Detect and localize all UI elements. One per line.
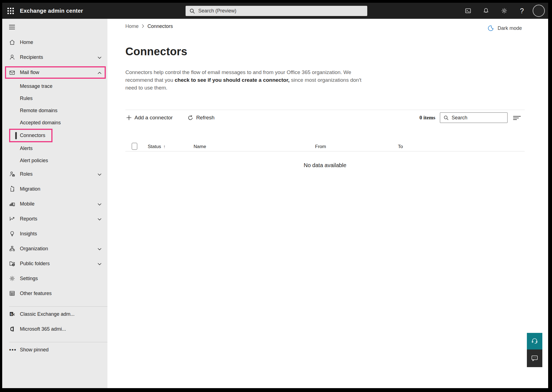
sidebar-item-label: Message trace: [20, 83, 52, 89]
breadcrumb-current: Connectors: [147, 23, 173, 29]
sidebar-item-label: Rules: [20, 96, 33, 101]
global-search-box[interactable]: [186, 6, 367, 16]
chevron-down-icon: [98, 261, 101, 267]
help-support-button[interactable]: [527, 333, 542, 349]
refresh-icon: [187, 115, 193, 121]
question-mark-icon: ?: [520, 7, 524, 15]
sidebar-item-m365-admin[interactable]: Microsoft 365 admi...: [2, 322, 107, 336]
sidebar-item-label: Mobile: [20, 201, 93, 207]
notifications-button[interactable]: [480, 5, 492, 16]
sidebar-item-label: Home: [20, 40, 101, 45]
nav-collapse-button[interactable]: [2, 21, 107, 33]
sidebar-item-label: Alert policies: [20, 158, 48, 164]
sidebar-item-connectors-selected[interactable]: Connectors: [9, 129, 52, 142]
terminal-icon: [465, 7, 471, 14]
dark-mode-toggle[interactable]: Dark mode: [487, 25, 522, 31]
feedback-button[interactable]: [527, 349, 542, 367]
sidebar-item-home[interactable]: Home: [2, 35, 107, 50]
select-all-checkbox[interactable]: [132, 143, 137, 150]
breadcrumb-home-link[interactable]: Home: [125, 23, 139, 29]
page-description: Connectors help control the flow of emai…: [125, 69, 363, 92]
sidebar-item-mail-flow[interactable]: Mail flow: [5, 66, 106, 79]
mobile-stats-icon: [9, 201, 15, 207]
sidebar-item-label: Alerts: [20, 146, 33, 151]
filter-icon: [513, 115, 521, 120]
person-icon: [9, 54, 15, 60]
plus-icon: [126, 115, 132, 120]
dark-mode-label: Dark mode: [498, 25, 522, 31]
items-count: 0 items: [419, 115, 435, 121]
sort-ascending-icon: ↑: [163, 144, 165, 149]
app-launcher-button[interactable]: [4, 5, 17, 17]
cli-console-button[interactable]: [463, 5, 474, 16]
left-nav: Home Recipients Mail flow: [2, 19, 107, 388]
empty-table-message: No data available: [125, 162, 525, 169]
sidebar-item-label: Classic Exchange adm...: [20, 311, 101, 317]
sidebar-item-label: Migration: [20, 186, 101, 192]
add-connector-button[interactable]: Add a connector: [125, 114, 174, 122]
sidebar-item-label: Show pinned: [20, 347, 101, 353]
chevron-up-icon: [98, 70, 101, 75]
home-icon: [9, 39, 15, 45]
toolbar-divider: [125, 110, 525, 110]
sidebar-item-mobile[interactable]: Mobile: [2, 196, 107, 211]
sidebar-item-migration[interactable]: Migration: [2, 181, 107, 196]
sidebar-item-alerts[interactable]: Alerts: [2, 142, 107, 154]
refresh-button[interactable]: Refresh: [186, 114, 216, 122]
mail-icon: [9, 70, 15, 76]
sidebar-item-other-features[interactable]: Other features: [2, 286, 107, 301]
waffle-icon: [7, 8, 14, 14]
chevron-down-icon: [98, 201, 101, 207]
account-avatar[interactable]: [533, 5, 545, 17]
description-link[interactable]: check to see if you should create a conn…: [175, 77, 289, 83]
toolbar: Add a connector Refresh: [125, 112, 216, 123]
list-search-input[interactable]: [452, 115, 504, 121]
sidebar-item-remote-domains[interactable]: Remote domains: [2, 104, 107, 117]
gear-icon: [9, 275, 15, 281]
sidebar-item-classic-exchange[interactable]: E Classic Exchange adm...: [2, 307, 107, 322]
sidebar-item-rules[interactable]: Rules: [2, 92, 107, 104]
sidebar-item-message-trace[interactable]: Message trace: [2, 80, 107, 92]
moon-icon: [487, 25, 494, 31]
sidebar-item-roles[interactable]: Roles: [2, 167, 107, 181]
sidebar-item-label: Microsoft 365 admi...: [20, 326, 101, 332]
column-header-to[interactable]: To: [398, 144, 403, 149]
search-icon: [443, 115, 449, 120]
org-chart-icon: [9, 246, 15, 252]
sidebar-item-accepted-domains[interactable]: Accepted domains: [2, 117, 107, 129]
column-header-name[interactable]: Name: [194, 144, 206, 149]
help-button[interactable]: ?: [516, 5, 527, 16]
chevron-down-icon: [98, 246, 101, 252]
gear-icon: [501, 7, 508, 14]
list-search-box[interactable]: [440, 112, 508, 123]
column-header-from[interactable]: From: [315, 144, 326, 149]
refresh-label: Refresh: [196, 115, 215, 121]
sidebar-item-label: Accepted domains: [20, 120, 61, 126]
global-search-input[interactable]: [198, 8, 363, 14]
chevron-down-icon: [98, 171, 101, 177]
sidebar-item-alert-policies[interactable]: Alert policies: [2, 154, 107, 167]
sidebar-item-organization[interactable]: Organization: [2, 241, 107, 256]
bell-icon: [483, 7, 489, 14]
sidebar-item-label: Roles: [20, 171, 93, 177]
folder-globe-icon: [9, 261, 15, 267]
search-icon: [189, 8, 195, 14]
sidebar-item-recipients[interactable]: Recipients: [2, 50, 107, 65]
show-pinned-button[interactable]: ••• Show pinned: [2, 342, 107, 357]
headset-icon: [531, 338, 538, 345]
line-chart-icon: [9, 216, 15, 222]
sidebar-item-insights[interactable]: Insights: [2, 226, 107, 241]
sidebar-item-settings[interactable]: Settings: [2, 271, 107, 286]
sidebar-item-label: Other features: [20, 291, 101, 296]
sidebar-item-public-folders[interactable]: Public folders: [2, 256, 107, 271]
column-header-status[interactable]: Status↑: [148, 144, 165, 149]
speech-bubble-icon: [531, 355, 538, 362]
document-arrow-icon: [9, 186, 15, 192]
lightbulb-icon: [9, 231, 15, 237]
sidebar-item-reports[interactable]: Reports: [2, 211, 107, 226]
sidebar-item-label: Reports: [20, 216, 93, 222]
chevron-down-icon: [98, 216, 101, 222]
settings-button[interactable]: [499, 5, 510, 16]
page-title: Connectors: [125, 45, 187, 58]
filter-button[interactable]: [512, 113, 522, 123]
